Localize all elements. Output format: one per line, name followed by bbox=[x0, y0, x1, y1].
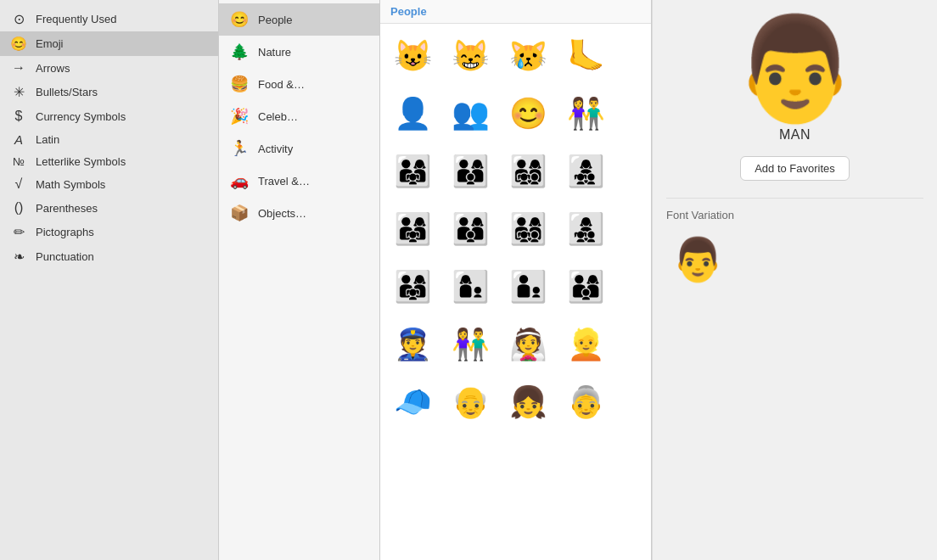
detail-name: MAN bbox=[779, 127, 811, 143]
category-label-food: Food &… bbox=[258, 78, 305, 91]
parentheses-icon: () bbox=[10, 200, 27, 216]
emoji-blond[interactable]: 👱 bbox=[557, 316, 614, 373]
detail-emoji: 👨 bbox=[732, 17, 859, 119]
emoji-panel-header: People bbox=[380, 0, 651, 24]
emoji-family-8[interactable]: 👨‍👩‍👦 bbox=[557, 258, 614, 316]
emoji-family-3[interactable]: 👨‍👩‍👧‍👦 bbox=[499, 143, 557, 200]
sidebar-label-frequently-used: Frequently Used bbox=[36, 13, 116, 25]
celebrations-icon: 🎉 bbox=[229, 107, 250, 126]
category-label-travel: Travel &… bbox=[258, 175, 310, 188]
category-item-activity[interactable]: 🏃 Activity bbox=[219, 132, 379, 165]
sidebar-item-letterlike[interactable]: № Letterlike Symbols bbox=[0, 151, 218, 172]
sidebar-label-emoji: Emoji bbox=[36, 37, 64, 50]
emoji-row-4: 👨‍👩‍👧 👩‍👦 👨‍👦 👨‍👩‍👦 bbox=[384, 258, 648, 316]
emoji-police[interactable]: 👮 bbox=[384, 316, 441, 373]
category-item-celebrations[interactable]: 🎉 Celeb… bbox=[219, 100, 379, 132]
emoji-family-5[interactable]: 👨‍👩‍👧 bbox=[384, 258, 441, 316]
bullets-icon: ✳ bbox=[10, 84, 27, 100]
category-item-nature[interactable]: 🌲 Nature bbox=[219, 36, 379, 68]
sidebar-item-currency[interactable]: $ Currency Symbols bbox=[0, 104, 218, 128]
emoji-cat-grinning[interactable]: 😺 bbox=[384, 27, 441, 85]
emoji-row-1: 👤 👥 😊 👫 bbox=[384, 85, 648, 143]
emoji-family-6[interactable]: 👩‍👦 bbox=[441, 258, 499, 316]
emoji-family-1[interactable]: 👨‍👩‍👧 bbox=[384, 143, 441, 200]
emoji-busts[interactable]: 👥 bbox=[441, 85, 499, 143]
people-icon: 😊 bbox=[229, 10, 250, 29]
emoji-footprints[interactable]: 🦶 bbox=[557, 27, 614, 85]
emoji-panel: People 😺 😸 😿 🦶 👤 👥 😊 👫 👨‍👩‍👧 👨‍👩‍👦 👨‍👩‍👧… bbox=[380, 0, 652, 560]
sidebar-label-math: Math Symbols bbox=[36, 178, 105, 191]
emoji-family-dark-2[interactable]: 👨‍👩‍👦 bbox=[441, 200, 499, 258]
sidebar-label-latin: Latin bbox=[36, 133, 59, 146]
sidebar-item-latin[interactable]: A Latin bbox=[0, 128, 218, 151]
sidebar-item-pictographs[interactable]: ✏ Pictographs bbox=[0, 220, 218, 244]
detail-panel: 👨 MAN Add to Favorites Font Variation 👨 bbox=[652, 0, 937, 560]
emoji-old-man[interactable]: 👴 bbox=[441, 373, 499, 431]
sidebar-label-parentheses: Parentheses bbox=[36, 202, 98, 215]
emoji-couple[interactable]: 👫 bbox=[557, 85, 614, 143]
emoji-icon: 😊 bbox=[10, 36, 27, 52]
emoji-family-dark-1[interactable]: 👨‍👩‍👧 bbox=[384, 200, 441, 258]
sidebar-item-punctuation[interactable]: ❧ Punctuation bbox=[0, 244, 218, 269]
food-icon: 🍔 bbox=[229, 75, 250, 93]
sidebar-label-bullets: Bullets/Stars bbox=[36, 86, 98, 98]
sidebar-item-parentheses[interactable]: () Parentheses bbox=[0, 196, 218, 220]
emoji-old-woman[interactable]: 👵 bbox=[557, 373, 614, 431]
emoji-row-5: 👮 👫 👰 👱 bbox=[384, 316, 648, 373]
letterlike-icon: № bbox=[10, 155, 27, 168]
emoji-grinning[interactable]: 😊 bbox=[499, 85, 557, 143]
punctuation-icon: ❧ bbox=[10, 249, 27, 265]
category-label-objects: Objects… bbox=[258, 207, 306, 220]
category-item-objects[interactable]: 📦 Objects… bbox=[219, 197, 379, 229]
nature-icon: 🌲 bbox=[229, 42, 250, 61]
add-favorites-button[interactable]: Add to Favorites bbox=[740, 156, 850, 181]
emoji-family-7[interactable]: 👨‍👦 bbox=[499, 258, 557, 316]
latin-icon: A bbox=[10, 132, 27, 147]
emoji-cat-joy[interactable]: 😸 bbox=[441, 27, 499, 85]
variation-emoji[interactable]: 👨 bbox=[666, 230, 923, 289]
sidebar-item-math[interactable]: √ Math Symbols bbox=[0, 172, 218, 196]
emoji-bride[interactable]: 👰 bbox=[499, 316, 557, 373]
sidebar-label-currency: Currency Symbols bbox=[36, 110, 126, 123]
sidebar-label-pictographs: Pictographs bbox=[36, 226, 94, 238]
sidebar-label-letterlike: Letterlike Symbols bbox=[36, 155, 126, 168]
travel-icon: 🚗 bbox=[229, 171, 250, 190]
currency-icon: $ bbox=[10, 109, 27, 124]
emoji-girl[interactable]: 👧 bbox=[499, 373, 557, 431]
sidebar-item-bullets-stars[interactable]: ✳ Bullets/Stars bbox=[0, 80, 218, 104]
emoji-bust[interactable]: 👤 bbox=[384, 85, 441, 143]
left-sidebar: ⊙ Frequently Used 😊 Emoji → Arrows ✳ Bul… bbox=[0, 0, 219, 560]
arrow-icon: → bbox=[10, 60, 27, 76]
emoji-family-dark-4[interactable]: 👩‍👧‍👦 bbox=[557, 200, 614, 258]
emoji-row-0: 😺 😸 😿 🦶 bbox=[384, 27, 648, 85]
category-label-activity: Activity bbox=[258, 143, 293, 155]
sidebar-item-emoji[interactable]: 😊 Emoji bbox=[0, 31, 218, 56]
pictographs-icon: ✏ bbox=[10, 224, 27, 240]
category-item-people[interactable]: 😊 People bbox=[219, 3, 379, 36]
emoji-row-3: 👨‍👩‍👧 👨‍👩‍👦 👨‍👩‍👧‍👦 👩‍👧‍👦 bbox=[384, 200, 648, 258]
sidebar-item-arrows[interactable]: → Arrows bbox=[0, 56, 218, 80]
objects-icon: 📦 bbox=[229, 204, 250, 222]
category-item-food[interactable]: 🍔 Food &… bbox=[219, 68, 379, 100]
emoji-cat-crying[interactable]: 😿 bbox=[499, 27, 557, 85]
sidebar-item-frequently-used[interactable]: ⊙ Frequently Used bbox=[0, 7, 218, 31]
emoji-walking-couple[interactable]: 👫 bbox=[441, 316, 499, 373]
clock-icon: ⊙ bbox=[10, 11, 27, 27]
emoji-row-2: 👨‍👩‍👧 👨‍👩‍👦 👨‍👩‍👧‍👦 👩‍👧‍👦 bbox=[384, 143, 648, 200]
emoji-row-6: 🧢 👴 👧 👵 bbox=[384, 373, 648, 431]
font-variation-title: Font Variation bbox=[666, 209, 923, 221]
emoji-family-dark-3[interactable]: 👨‍👩‍👧‍👦 bbox=[499, 200, 557, 258]
category-item-travel[interactable]: 🚗 Travel &… bbox=[219, 165, 379, 197]
activity-icon: 🏃 bbox=[229, 139, 250, 158]
sidebar-label-arrows: Arrows bbox=[36, 62, 70, 75]
sidebar-label-punctuation: Punctuation bbox=[36, 250, 94, 263]
font-variation-section: Font Variation 👨 bbox=[666, 198, 923, 289]
category-label-nature: Nature bbox=[258, 46, 291, 59]
emoji-family-4[interactable]: 👩‍👧‍👦 bbox=[557, 143, 614, 200]
emoji-cap[interactable]: 🧢 bbox=[384, 373, 441, 431]
category-panel: 😊 People 🌲 Nature 🍔 Food &… 🎉 Celeb… 🏃 A… bbox=[219, 0, 380, 560]
emoji-grid[interactable]: 😺 😸 😿 🦶 👤 👥 😊 👫 👨‍👩‍👧 👨‍👩‍👦 👨‍👩‍👧‍👦 👩‍👧‍… bbox=[380, 24, 651, 560]
emoji-family-2[interactable]: 👨‍👩‍👦 bbox=[441, 143, 499, 200]
category-label-celebrations: Celeb… bbox=[258, 110, 298, 123]
category-label-people: People bbox=[258, 14, 292, 26]
